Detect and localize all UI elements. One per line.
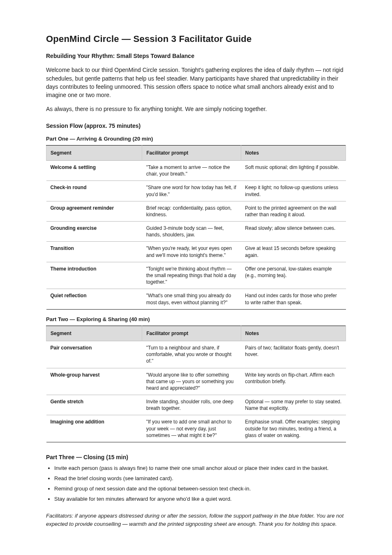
table-row: Gentle stretchInvite standing, shoulder … bbox=[46, 395, 346, 415]
flow-heading: Session Flow (approx. 75 minutes) bbox=[46, 123, 346, 129]
table-header-row: Segment Facilitator prompt Notes bbox=[46, 145, 346, 160]
table1-title: Part One — Arriving & Grounding (20 min) bbox=[46, 136, 346, 142]
cell-notes: Offer one personal, low-stakes example (… bbox=[241, 262, 346, 289]
cell-prompt: Guided 3-minute body scan — feet, hands,… bbox=[142, 222, 241, 242]
closing-heading: Part Three — Closing (15 min) bbox=[46, 454, 346, 460]
cell-segment: Theme introduction bbox=[46, 262, 142, 289]
cell-segment: Check-in round bbox=[46, 181, 142, 201]
closing-list: Invite each person (pass is always fine)… bbox=[46, 465, 346, 503]
cell-segment: Gentle stretch bbox=[46, 395, 142, 415]
table-header-row: Segment Facilitator prompt Notes bbox=[46, 326, 346, 341]
closing-item: Stay available for ten minutes afterward… bbox=[54, 495, 346, 503]
facilitator-footer: Facilitators: if anyone appears distress… bbox=[46, 512, 346, 528]
cell-prompt: "Turn to a neighbour and share, if comfo… bbox=[142, 341, 241, 368]
closing-item: Read the brief closing words (see lamina… bbox=[54, 475, 346, 483]
cell-prompt: "If you were to add one small anchor to … bbox=[142, 415, 241, 442]
cell-prompt: Invite standing, shoulder rolls, one dee… bbox=[142, 395, 241, 415]
table-row: Welcome & settling"Take a moment to arri… bbox=[46, 160, 346, 180]
table-part-one: Segment Facilitator prompt Notes Welcome… bbox=[46, 145, 346, 310]
cell-segment: Imagining one addition bbox=[46, 415, 142, 442]
cell-segment: Quiet reflection bbox=[46, 289, 142, 309]
col-notes: Notes bbox=[241, 145, 346, 160]
table-row: Pair conversation"Turn to a neighbour an… bbox=[46, 341, 346, 368]
cell-segment: Grounding exercise bbox=[46, 222, 142, 242]
page-container: { "title": "OpenMind Circle — Session 3 … bbox=[0, 0, 392, 555]
intro-section: Rebuilding Your Rhythm: Small Steps Towa… bbox=[46, 52, 346, 113]
cell-prompt: Brief recap: confidentiality, pass optio… bbox=[142, 201, 241, 221]
cell-notes: Hand out index cards for those who prefe… bbox=[241, 289, 346, 309]
cell-notes: Soft music optional; dim lighting if pos… bbox=[241, 160, 346, 180]
cell-prompt: "Share one word for how today has felt, … bbox=[142, 181, 241, 201]
intro-heading: Rebuilding Your Rhythm: Small Steps Towa… bbox=[46, 52, 346, 60]
table-row: Whole-group harvest"Would anyone like to… bbox=[46, 368, 346, 395]
intro-paragraph-2: As always, there is no pressure to fix a… bbox=[46, 105, 346, 113]
table-row: Transition"When you're ready, let your e… bbox=[46, 242, 346, 262]
col-prompt: Facilitator prompt bbox=[142, 326, 241, 341]
cell-notes: Give at least 15 seconds before speaking… bbox=[241, 242, 346, 262]
table-row: Group agreement reminderBrief recap: con… bbox=[46, 201, 346, 221]
cell-segment: Group agreement reminder bbox=[46, 201, 142, 221]
table-row: Imagining one addition"If you were to ad… bbox=[46, 415, 346, 442]
cell-segment: Whole-group harvest bbox=[46, 368, 142, 395]
closing-item: Invite each person (pass is always fine)… bbox=[54, 465, 346, 472]
cell-segment: Welcome & settling bbox=[46, 160, 142, 180]
cell-notes: Point to the printed agreement on the wa… bbox=[241, 201, 346, 221]
cell-notes: Emphasise small. Offer examples: steppin… bbox=[241, 415, 346, 442]
intro-paragraph-1: Welcome back to our third OpenMind Circl… bbox=[46, 66, 346, 99]
cell-prompt: "Tonight we're thinking about rhythm — t… bbox=[142, 262, 241, 289]
table-row: Check-in round"Share one word for how to… bbox=[46, 181, 346, 201]
table-part-two: Segment Facilitator prompt Notes Pair co… bbox=[46, 326, 346, 442]
col-prompt: Facilitator prompt bbox=[142, 145, 241, 160]
cell-prompt: "What's one small thing you already do m… bbox=[142, 289, 241, 309]
cell-prompt: "When you're ready, let your eyes open a… bbox=[142, 242, 241, 262]
cell-notes: Keep it light; no follow-up questions un… bbox=[241, 181, 346, 201]
doc-title: OpenMind Circle — Session 3 Facilitator … bbox=[46, 34, 346, 44]
cell-notes: Optional — some may prefer to stay seate… bbox=[241, 395, 346, 415]
cell-notes: Pairs of two; facilitator floats gently,… bbox=[241, 341, 346, 368]
table-row: Grounding exerciseGuided 3-minute body s… bbox=[46, 222, 346, 242]
closing-item: Remind group of next session date and th… bbox=[54, 485, 346, 493]
col-segment: Segment bbox=[46, 326, 142, 341]
cell-segment: Pair conversation bbox=[46, 341, 142, 368]
cell-notes: Write key words on flip-chart. Affirm ea… bbox=[241, 368, 346, 395]
cell-prompt: "Take a moment to arrive — notice the ch… bbox=[142, 160, 241, 180]
cell-notes: Read slowly; allow silence between cues. bbox=[241, 222, 346, 242]
col-notes: Notes bbox=[241, 326, 346, 341]
table-row: Quiet reflection"What's one small thing … bbox=[46, 289, 346, 309]
cell-prompt: "Would anyone like to offer something th… bbox=[142, 368, 241, 395]
table2-title: Part Two — Exploring & Sharing (40 min) bbox=[46, 316, 346, 322]
cell-segment: Transition bbox=[46, 242, 142, 262]
table-row: Theme introduction"Tonight we're thinkin… bbox=[46, 262, 346, 289]
col-segment: Segment bbox=[46, 145, 142, 160]
